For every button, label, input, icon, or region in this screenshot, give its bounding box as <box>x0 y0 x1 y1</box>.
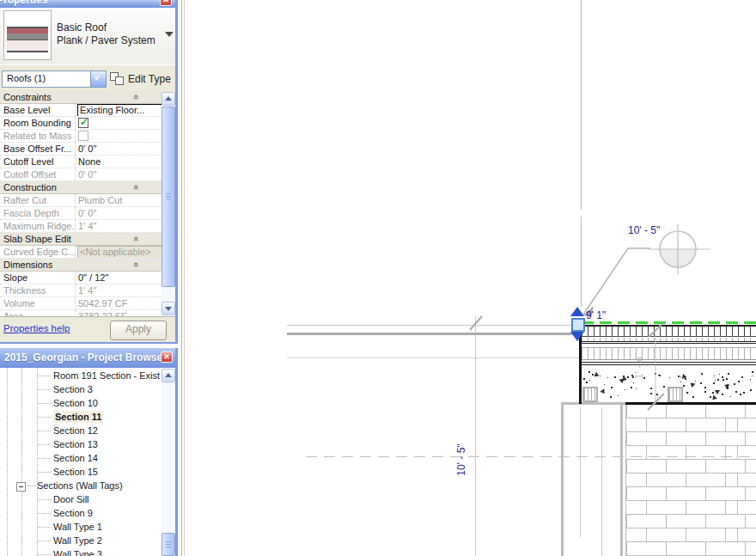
tree-item-label[interactable]: Section 11 <box>53 411 103 423</box>
brick-course <box>626 501 756 515</box>
spot-handle-control[interactable] <box>571 318 585 332</box>
tree-item-label[interactable]: Section 15 <box>53 466 98 478</box>
tree-item-door-sill[interactable]: Door Sill <box>0 492 148 506</box>
apply-button[interactable]: Apply <box>110 321 167 340</box>
property-value[interactable]: 0' 0" <box>76 143 162 155</box>
brick-course <box>626 542 756 556</box>
property-value[interactable]: <Not applicable> <box>76 246 162 258</box>
tree-item-section-10[interactable]: Section 10 <box>0 396 148 410</box>
scroll-up-button[interactable] <box>162 92 175 106</box>
selection-filter-value: Roofs (1) <box>7 73 46 83</box>
property-value-button[interactable]: <Not applicable> <box>77 246 162 258</box>
properties-close-icon[interactable]: ✕ <box>160 0 172 6</box>
edit-type-button[interactable]: Edit Type <box>110 72 171 85</box>
property-value[interactable]: 1' 4" <box>76 284 162 296</box>
property-checkbox[interactable]: ✓ <box>78 118 88 128</box>
collapse-section-icon[interactable]: « <box>132 262 141 267</box>
collapse-section-icon[interactable]: « <box>132 236 141 241</box>
property-label: Slope <box>0 272 76 284</box>
combo-dropdown-button[interactable]: v <box>90 71 106 87</box>
spot-drag-down-control[interactable] <box>570 332 584 341</box>
property-value[interactable]: None <box>76 156 162 168</box>
tree-item-section-9[interactable]: Section 9 <box>0 506 148 520</box>
property-value[interactable]: Existing Floor... <box>76 104 162 116</box>
tree-item-label[interactable]: Section 3 <box>53 383 93 395</box>
property-value[interactable]: 1' 4" <box>76 220 162 232</box>
edit-type-icon <box>110 72 124 85</box>
tree-connector <box>38 513 51 514</box>
tree-connector <box>38 376 51 376</box>
tree-connector <box>38 527 51 528</box>
collapse-section-icon[interactable]: « <box>132 185 141 190</box>
tree-item-label[interactable]: Door Sill <box>53 493 89 505</box>
properties-help-link[interactable]: Properties help <box>3 323 70 333</box>
tree-item-label[interactable]: Room 191 Section - Exist <box>53 370 160 382</box>
arrow-down-icon <box>165 307 172 311</box>
roof-overlay-green-dashed <box>582 321 756 324</box>
property-value[interactable]: 3782.22 SF <box>76 310 162 316</box>
tree-connector <box>25 486 36 486</box>
property-section-header[interactable]: Constraints« <box>0 91 162 104</box>
dock-edge-2 <box>184 0 185 556</box>
project-browser-titlebar[interactable]: 2015_Georgian - Project Browser ✕ <box>0 348 175 368</box>
tree-item-room-191-section-exist[interactable]: Room 191 Section - Exist <box>0 369 148 382</box>
brick-course <box>626 419 756 432</box>
selection-filter-combo[interactable]: Roofs (1) v <box>2 70 107 88</box>
scrollbar-thumb[interactable] <box>162 533 175 556</box>
spot-drag-up-control[interactable] <box>570 307 584 316</box>
property-value[interactable]: 0" / 12" <box>76 272 162 284</box>
property-value[interactable]: 0' 0" <box>76 168 162 180</box>
embedded-sleeve <box>668 387 683 402</box>
type-selector[interactable]: Basic Roof Plank / Paver System <box>0 8 175 64</box>
tree-item-section-3[interactable]: Section 3 <box>0 382 148 396</box>
browser-scrollbar[interactable] <box>162 369 175 556</box>
tree-item-wall-type-3[interactable]: Wall Type 3 <box>0 547 148 556</box>
property-label: Room Bounding <box>0 117 76 129</box>
property-section-header[interactable]: Slab Shape Edit« <box>0 233 162 246</box>
property-edit-field[interactable]: Existing Floor... <box>77 104 162 116</box>
tree-item-section-15[interactable]: Section 15 <box>0 465 148 479</box>
spot-elevation-value[interactable]: 10' - 5" <box>628 224 660 236</box>
property-value[interactable]: ✓ <box>76 117 162 129</box>
tree-item-section-12[interactable]: Section 12 <box>0 424 148 437</box>
type-selector-dropdown-icon[interactable] <box>165 32 174 37</box>
property-value[interactable]: 5042.97 CF <box>76 297 162 309</box>
property-value[interactable] <box>76 130 162 142</box>
tree-item-section-11[interactable]: Section 11 <box>0 410 148 424</box>
property-section-header[interactable]: Construction« <box>0 181 162 194</box>
grid-line-vertical <box>581 217 582 307</box>
property-value[interactable]: Plumb Cut <box>76 194 162 206</box>
tree-collapse-icon[interactable] <box>16 482 26 492</box>
temp-dimension-value[interactable]: 9' 1" <box>586 309 606 321</box>
tree-item-label[interactable]: Section 10 <box>53 397 98 409</box>
property-row: Cutoff LevelNone <box>0 156 162 168</box>
scrollbar-thumb[interactable] <box>162 107 175 287</box>
property-section-header[interactable]: Dimensions« <box>0 259 162 272</box>
tree-item-label[interactable]: Section 9 <box>53 507 93 519</box>
tree-item-section-13[interactable]: Section 13 <box>0 437 148 451</box>
tree-item-sections-wall-tags-[interactable]: Sections (Wall Tags) <box>0 479 148 492</box>
collapse-section-icon[interactable]: « <box>132 95 141 100</box>
property-row: Area3782.22 SF <box>0 310 162 316</box>
tree-item-label[interactable]: Sections (Wall Tags) <box>37 480 123 492</box>
tree-item-label[interactable]: Section 14 <box>53 452 98 464</box>
tree-item-label[interactable]: Section 13 <box>53 438 98 450</box>
scroll-down-button[interactable] <box>162 302 175 315</box>
tree-item-wall-type-2[interactable]: Wall Type 2 <box>0 534 148 547</box>
scroll-up-button[interactable] <box>162 369 175 382</box>
property-value[interactable]: 0' 0" <box>76 207 162 219</box>
property-checkbox[interactable] <box>78 131 88 141</box>
tree-item-label[interactable]: Wall Type 1 <box>53 521 102 533</box>
property-label: Area <box>0 310 76 316</box>
tree-item-label[interactable]: Wall Type 2 <box>53 535 102 547</box>
properties-titlebar[interactable]: Properties ✕ <box>0 0 175 8</box>
tree-item-wall-type-1[interactable]: Wall Type 1 <box>0 520 148 534</box>
tree-item-section-14[interactable]: Section 14 <box>0 451 148 465</box>
height-dimension-value[interactable]: 10' - 5" <box>455 431 467 488</box>
project-browser-close-icon[interactable]: ✕ <box>161 351 173 363</box>
tree-item-label[interactable]: Wall Type 3 <box>53 548 102 556</box>
properties-scrollbar[interactable] <box>162 92 175 315</box>
brick-wall-hatch <box>625 405 756 556</box>
tree-item-label[interactable]: Section 12 <box>53 425 98 437</box>
drawing-canvas[interactable]: 9' 1" 10' - 5" 10' - 5" 1' - 4" <box>181 0 756 556</box>
